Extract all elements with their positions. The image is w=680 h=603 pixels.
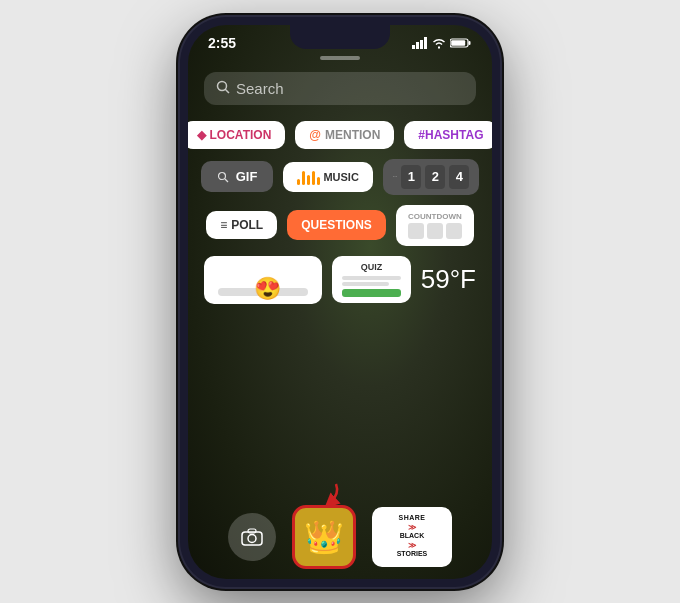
counter-dots: ·· bbox=[393, 172, 397, 181]
signal-icon bbox=[412, 37, 428, 49]
share-label-share: SHARE bbox=[397, 514, 428, 522]
svg-rect-2 bbox=[420, 40, 423, 49]
search-icon bbox=[216, 80, 230, 97]
sticker-counter[interactable]: ·· 1 2 4 bbox=[383, 159, 479, 195]
crown-emoji: 👑 bbox=[304, 518, 344, 556]
countdown-boxes bbox=[408, 223, 462, 239]
svg-rect-13 bbox=[248, 529, 256, 533]
sticker-hashtag[interactable]: #HASHTAG bbox=[404, 121, 492, 149]
svg-rect-3 bbox=[424, 37, 427, 49]
share-label-stories: STORIES bbox=[397, 550, 428, 558]
stickers-grid: ◆ LOCATION @MENTION #HASHTAG GIF bbox=[188, 121, 492, 304]
search-input-placeholder: Search bbox=[236, 80, 284, 97]
sticker-row-3: ≡ POLL QUESTIONS COUNTDOWN bbox=[204, 205, 476, 246]
sticker-row-4: 😍 QUIZ 59°F bbox=[204, 256, 476, 304]
sticker-crown-selected[interactable]: 👑 bbox=[292, 505, 356, 569]
phone-frame: 2:55 bbox=[180, 17, 500, 587]
mention-at: @ bbox=[309, 128, 321, 142]
notch bbox=[290, 25, 390, 49]
svg-point-7 bbox=[218, 81, 227, 90]
sticker-slider[interactable]: 😍 bbox=[204, 256, 322, 304]
quiz-line-1 bbox=[342, 276, 401, 280]
music-bars bbox=[297, 169, 320, 185]
poll-label: POLL bbox=[231, 218, 263, 232]
search-bar[interactable]: Search bbox=[204, 72, 476, 105]
slider-emoji: 😍 bbox=[254, 276, 281, 302]
quiz-line-2 bbox=[342, 282, 389, 286]
mention-label: MENTION bbox=[325, 128, 380, 142]
quiz-lines bbox=[342, 276, 401, 286]
quiz-answer bbox=[342, 289, 401, 297]
music-bar-2 bbox=[302, 171, 305, 185]
music-label: MUSIC bbox=[323, 171, 358, 183]
camera-icon bbox=[241, 528, 263, 546]
sticker-quiz[interactable]: QUIZ bbox=[332, 256, 411, 303]
hashtag-label: #HASHTAG bbox=[418, 128, 483, 142]
quiz-title: QUIZ bbox=[342, 262, 401, 272]
sticker-questions[interactable]: QUESTIONS bbox=[287, 210, 386, 240]
svg-rect-6 bbox=[451, 40, 465, 46]
status-icons bbox=[412, 37, 472, 49]
sticker-row-2: GIF MUSIC ·· 1 2 4 bbox=[204, 159, 476, 195]
music-bar-3 bbox=[307, 175, 310, 185]
svg-line-10 bbox=[225, 179, 228, 182]
counter-4: 4 bbox=[449, 165, 469, 189]
music-bar-5 bbox=[317, 177, 320, 185]
countdown-box-1 bbox=[408, 223, 424, 239]
poll-icon: ≡ bbox=[220, 218, 227, 232]
sticker-countdown[interactable]: COUNTDOWN bbox=[396, 205, 474, 246]
temp-label: 59°F bbox=[421, 264, 476, 294]
svg-point-12 bbox=[248, 534, 256, 542]
slider-track: 😍 bbox=[218, 288, 308, 296]
countdown-label: COUNTDOWN bbox=[408, 212, 462, 221]
status-time: 2:55 bbox=[208, 35, 236, 51]
questions-label: QUESTIONS bbox=[301, 218, 372, 232]
gif-search-icon bbox=[217, 171, 229, 183]
counter-1: 1 bbox=[401, 165, 421, 189]
countdown-box-3 bbox=[446, 223, 462, 239]
svg-line-8 bbox=[226, 89, 230, 93]
svg-point-9 bbox=[218, 172, 225, 179]
sticker-mention[interactable]: @MENTION bbox=[295, 121, 394, 149]
share-content: SHARE ≫ BLACK ≫ STORIES bbox=[397, 514, 428, 558]
location-dot: ◆ bbox=[197, 128, 206, 142]
sticker-location[interactable]: ◆ LOCATION bbox=[188, 121, 285, 149]
sticker-share[interactable]: SHARE ≫ BLACK ≫ STORIES bbox=[372, 507, 452, 567]
bottom-tray: 👑 SHARE ≫ BLACK ≫ STORIES bbox=[188, 505, 492, 569]
sticker-music[interactable]: MUSIC bbox=[283, 162, 372, 192]
music-bar-4 bbox=[312, 171, 315, 185]
handle-bar bbox=[320, 56, 360, 60]
music-bar-1 bbox=[297, 179, 300, 185]
share-arrows-2: ≫ bbox=[408, 541, 416, 551]
wifi-icon bbox=[432, 37, 446, 49]
countdown-box-2 bbox=[427, 223, 443, 239]
gif-label: GIF bbox=[236, 169, 258, 184]
arrow-container: 👑 bbox=[292, 505, 356, 569]
camera-button[interactable] bbox=[228, 513, 276, 561]
share-arrows: ≫ bbox=[408, 523, 416, 533]
location-label: LOCATION bbox=[210, 128, 272, 142]
svg-rect-1 bbox=[416, 42, 419, 49]
counter-2: 2 bbox=[425, 165, 445, 189]
battery-icon bbox=[450, 37, 472, 49]
svg-rect-0 bbox=[412, 45, 415, 49]
sticker-gif[interactable]: GIF bbox=[201, 161, 274, 192]
phone-screen: 2:55 bbox=[188, 25, 492, 579]
sticker-poll[interactable]: ≡ POLL bbox=[206, 211, 277, 239]
svg-rect-5 bbox=[469, 41, 471, 45]
sticker-row-1: ◆ LOCATION @MENTION #HASHTAG bbox=[204, 121, 476, 149]
share-label-arrows: ≫ bbox=[397, 523, 428, 533]
share-label-black: BLACK bbox=[397, 532, 428, 540]
sticker-temp[interactable]: 59°F bbox=[421, 264, 476, 295]
share-label-stories-row: ≫ bbox=[397, 541, 428, 551]
